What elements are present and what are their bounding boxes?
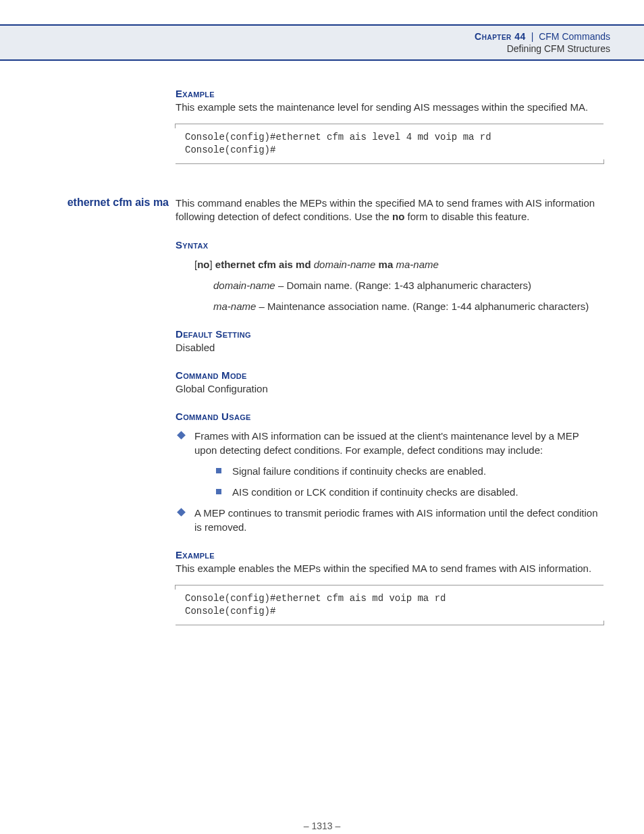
usage-subitem-1: Signal failure conditions if continuity … <box>213 464 603 478</box>
section-2-body: This command enables the MEPs within the… <box>176 197 603 625</box>
syntax-line: [no] ethernet cfm ais md domain-name ma … <box>194 257 603 313</box>
usage-item-1: Frames with AIS information can be issue… <box>176 429 603 499</box>
page-header: Chapter 44 | CFM Commands Defining CFM S… <box>0 24 644 61</box>
param-2: ma-name – Maintenance association name. … <box>213 299 603 313</box>
syntax-label: Syntax <box>176 239 603 251</box>
intro-post: form to disable this feature. <box>404 211 529 222</box>
usage-subitem-2: AIS condition or LCK condition if contin… <box>213 485 603 499</box>
chapter-label: Chapter 44 <box>475 31 526 42</box>
example-label-2: Example <box>176 549 603 561</box>
example-label-1: Example <box>176 88 603 99</box>
intro-no: no <box>392 211 404 222</box>
syntax-close: ] <box>210 259 215 270</box>
mode-label: Command Mode <box>176 369 603 381</box>
default-value: Disabled <box>176 341 603 355</box>
default-label: Default Setting <box>176 328 603 340</box>
header-divider: | <box>529 31 537 42</box>
syntax-arg1: domain-name <box>314 259 376 270</box>
usage-item-1-text: Frames with AIS information can be issue… <box>194 430 579 456</box>
syntax-no: no <box>197 259 209 270</box>
command-intro: This command enables the MEPs within the… <box>176 197 603 224</box>
header-line-1: Chapter 44 | CFM Commands <box>0 31 610 42</box>
syntax-cmd1: ethernet cfm ais md <box>215 259 314 270</box>
param1-desc: – Domain name. (Range: 1-43 alphanumeric… <box>275 280 531 291</box>
code-block-2: Console(config)#ethernet cfm ais md voip… <box>176 585 603 625</box>
param-1: domain-name – Domain name. (Range: 1-43 … <box>213 278 603 292</box>
page-footer: – 1313 – <box>0 820 644 831</box>
syntax-arg2: ma-name <box>396 259 438 270</box>
usage-item-2: A MEP continues to transmit periodic fra… <box>176 506 603 534</box>
intro-pre: This command enables the MEPs within the… <box>176 197 595 222</box>
usage-list: Frames with AIS information can be issue… <box>176 429 603 534</box>
param1-name: domain-name <box>213 280 275 291</box>
param2-desc: – Maintenance association name. (Range: … <box>256 301 589 312</box>
code-block-1: Console(config)#ethernet cfm ais level 4… <box>176 124 603 164</box>
example-text-1: This example sets the maintenance level … <box>176 101 603 114</box>
section-1-body: Example This example sets the maintenanc… <box>176 88 603 164</box>
command-sidehead: ethernet cfm ais ma <box>41 197 176 209</box>
page-number: – 1313 – <box>304 820 341 831</box>
param2-name: ma-name <box>213 301 256 312</box>
usage-sublist: Signal failure conditions if continuity … <box>213 464 603 499</box>
usage-label: Command Usage <box>176 411 603 422</box>
section-2: ethernet cfm ais ma This command enables… <box>41 197 603 625</box>
chapter-title: CFM Commands <box>539 31 610 42</box>
example-text-2: This example enables the MEPs within the… <box>176 562 603 575</box>
syntax-cmd2: ma <box>375 259 396 270</box>
header-subtitle: Defining CFM Structures <box>0 43 610 54</box>
mode-value: Global Configuration <box>176 382 603 396</box>
